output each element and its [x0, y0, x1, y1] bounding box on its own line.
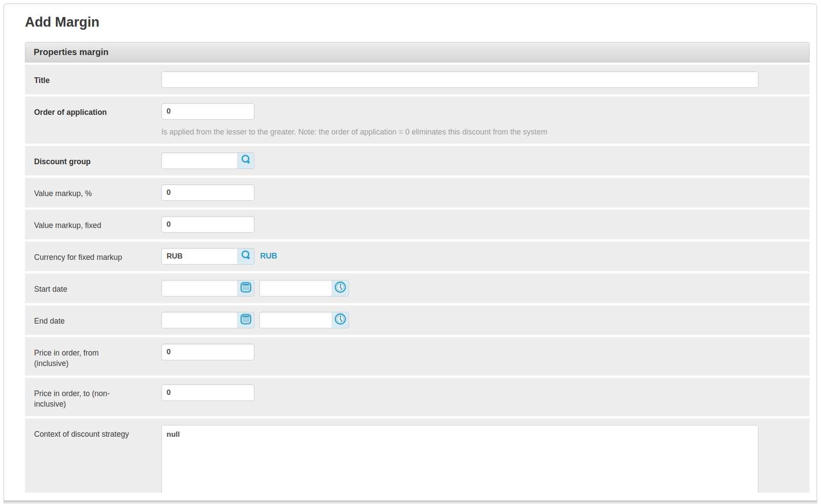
search-icon	[240, 154, 252, 167]
end-date-input[interactable]	[161, 312, 238, 328]
currency-label: Currency for fixed markup	[30, 248, 161, 265]
order-label: Order of application	[30, 103, 161, 137]
form-row-price-from: Price in order, from (inclusive)	[25, 337, 810, 376]
order-input[interactable]	[161, 103, 254, 120]
start-date-calendar-button[interactable]	[238, 280, 254, 297]
discount-group-search-button[interactable]	[238, 152, 254, 169]
value-markup-fixed-label: Value markup, fixed	[30, 216, 161, 233]
app-window: Add Margin Properties margin Title Order…	[3, 3, 817, 501]
form-row-end-date: End date	[25, 305, 810, 335]
clock-icon	[334, 281, 347, 295]
price-from-label: Price in order, from (inclusive)	[30, 344, 161, 369]
window-bottom-edge	[3, 501, 817, 504]
end-date-calendar-button[interactable]	[238, 312, 254, 328]
discount-group-input[interactable]	[161, 152, 238, 169]
title-label: Title	[30, 71, 161, 88]
discount-group-label: Discount group	[30, 152, 161, 169]
form-row-order-of-application: Order of application Is applied from the…	[25, 97, 810, 144]
start-time-input[interactable]	[259, 280, 332, 297]
page-title: Add Margin	[25, 14, 817, 30]
order-hint-text: Is applied from the lesser to the greate…	[161, 127, 547, 137]
form-row-context: Context of discount strategy null	[25, 418, 810, 493]
calendar-icon	[240, 313, 252, 327]
properties-margin-panel: Properties margin Title Order of applica…	[25, 42, 810, 493]
price-to-label: Price in order, to (non-inclusive)	[30, 384, 161, 410]
form-row-price-to: Price in order, to (non-inclusive)	[25, 378, 810, 416]
context-textarea[interactable]: null	[161, 425, 758, 493]
start-date-label: Start date	[30, 280, 161, 297]
value-markup-percent-input[interactable]	[161, 184, 254, 201]
end-time-clock-button[interactable]	[332, 312, 349, 328]
value-markup-fixed-input[interactable]	[161, 216, 254, 233]
end-date-label: End date	[30, 312, 161, 328]
form-row-value-markup-percent: Value markup, %	[25, 178, 810, 207]
calendar-icon	[240, 281, 252, 295]
form-row-currency: Currency for fixed markup	[25, 242, 810, 271]
form-row-value-markup-fixed: Value markup, fixed	[25, 210, 810, 239]
currency-selected-link[interactable]: RUB	[260, 252, 277, 261]
form-row-start-date: Start date	[25, 273, 810, 303]
price-to-input[interactable]	[161, 384, 254, 401]
price-from-input[interactable]	[161, 344, 254, 360]
end-time-input[interactable]	[259, 312, 332, 328]
panel-header: Properties margin	[25, 42, 810, 62]
clock-icon	[334, 313, 347, 327]
form-row-discount-group: Discount group	[25, 146, 810, 176]
search-icon	[240, 249, 252, 263]
start-time-clock-button[interactable]	[332, 280, 349, 297]
currency-input[interactable]	[161, 248, 238, 265]
currency-search-button[interactable]	[238, 248, 254, 265]
context-label: Context of discount strategy	[30, 425, 161, 493]
start-date-input[interactable]	[161, 280, 238, 297]
title-input[interactable]	[161, 71, 758, 88]
page-content: Add Margin Properties margin Title Order…	[4, 4, 817, 493]
form-row-title: Title	[25, 65, 810, 94]
value-markup-percent-label: Value markup, %	[30, 184, 161, 201]
